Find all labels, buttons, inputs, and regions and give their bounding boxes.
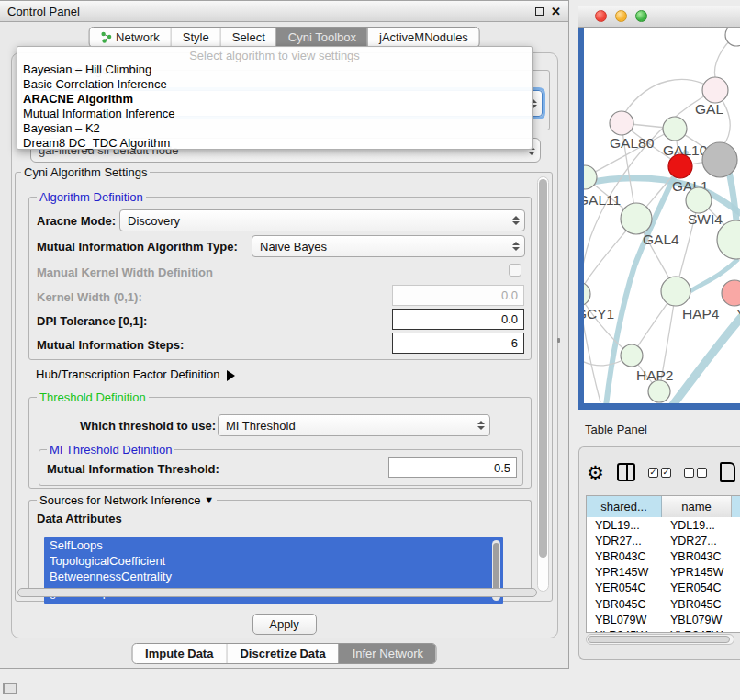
columns-icon[interactable] [617,463,635,481]
tab-infer-network[interactable]: Infer Network [339,644,436,663]
mi-threshold-value: 0.5 [494,461,510,475]
node-gal1[interactable] [668,154,692,178]
tab-discretize-data[interactable]: Discretize Data [226,644,338,663]
tab-label: Infer Network [353,647,423,660]
control-panel-titlebar: Control Panel ✕ [0,1,568,22]
control-panel-tab-bar: Network Style Select Cyni Toolbox jActiv… [88,27,480,48]
table-horizontal-scrollbar[interactable] [586,634,734,645]
aracne-mode-combo[interactable]: Discovery [119,209,525,231]
tab-cyni-toolbox[interactable]: Cyni Toolbox [276,28,367,47]
mi-threshold-label: Mutual Information Threshold: [47,462,219,476]
select-all-columns-icon[interactable]: ✓✓ [648,468,671,478]
splitter-handle[interactable] [557,338,560,343]
table-cell: 9. [732,596,740,612]
table-cell: YDR27... [662,533,732,548]
node-gcy1[interactable] [584,282,590,306]
stepper-icon [510,242,521,251]
table-row[interactable]: YBR043CYBR043C [587,548,740,564]
table-cell: YBL079W [587,612,662,627]
data-attribute-item[interactable]: SelfLoops [44,537,503,553]
threshold-definition-label: Threshold Definition [37,390,149,404]
table-cell: 9. [732,627,740,633]
node-gal10[interactable] [663,117,687,141]
table-row[interactable]: YDL19...YDL19...13 [587,517,740,533]
algorithm-option[interactable]: Bayesian – Hill Climbing [17,62,532,77]
sources-group-label[interactable]: Sources for Network Inference ▼ [37,493,217,507]
table-row[interactable]: YBR045CYBR045C9. [587,596,740,612]
algorithm-definition-group: Algorithm Definition Aracne Mode: Discov… [28,197,532,360]
manual-kernel-width-label: Manual Kernel Width Definition [37,265,213,279]
mi-steps-field[interactable]: 6 [392,333,524,354]
zoom-traffic-button[interactable] [635,10,647,22]
table-row[interactable]: YBL079WYBL079W [587,612,740,627]
mi-threshold-definition-group: MI Threshold Definition Mutual Informati… [39,449,523,486]
table-cell [732,548,740,564]
gear-icon[interactable]: ⚙ [587,463,604,482]
aracne-mode-label: Aracne Mode: [37,214,116,228]
dpi-tolerance-label: DPI Tolerance [0,1]: [37,314,147,328]
node-gray-node[interactable] [702,142,737,177]
table-row[interactable]: YER054CYER054C8. [587,581,740,596]
tab-style[interactable]: Style [171,28,220,47]
node-gal-top[interactable] [702,77,728,103]
column-header[interactable]: shared... [587,496,662,517]
algorithm-option[interactable]: Bayesian – K2 [17,121,532,136]
algorithm-option[interactable]: Dream8 DC_TDC Algorithm [17,136,532,151]
node-hap2[interactable] [621,344,643,367]
tab-impute-data[interactable]: Impute Data [132,644,226,663]
column-header[interactable]: A [732,496,740,517]
which-threshold-combo[interactable]: MI Threshold [218,414,490,436]
dock-panel-icon[interactable] [3,683,17,694]
settings-vertical-scrollbar[interactable] [537,176,549,592]
tab-label: Discretize Data [240,647,325,660]
data-attribute-item[interactable]: BetweennessCentrality [44,569,503,584]
mi-algorithm-type-value: Naive Bayes [260,240,507,254]
algorithm-option[interactable]: Basic Correlation Inference [17,77,532,92]
node-attribute-table[interactable]: shared...nameA YDL19...YDL19...13YDR27..… [586,495,740,633]
table-row[interactable]: YPR145WYPR145W9. [587,565,740,581]
network-canvas[interactable]: GALGAL80GAL10GAL1GAL11SWI4GAL4GCY1HAP4YH… [584,28,740,403]
tab-label: Select [232,30,265,44]
manual-kernel-width-checkbox[interactable] [509,264,521,277]
table-row[interactable]: YLR345WYLR345W9. [587,627,740,633]
node-partial-bottom[interactable] [648,380,670,402]
collapse-arrow-icon: ▼ [204,494,214,505]
close-traffic-button[interactable] [595,10,607,22]
node-hap4[interactable] [661,277,690,306]
deselect-all-columns-icon[interactable] [684,468,707,478]
tab-select[interactable]: Select [220,28,276,47]
dpi-tolerance-field[interactable]: 0.0 [392,309,524,330]
node-label-gcy1: GCY1 [584,306,614,322]
export-table-icon[interactable] [720,462,735,482]
column-header[interactable]: name [662,496,732,517]
expand-arrow-icon [227,370,235,381]
mi-steps-label: Mutual Information Steps: [37,338,184,352]
table-panel-title: Table Panel [585,423,647,436]
hub-transcription-section[interactable]: Hub/Transcription Factor Definition [36,367,235,381]
settings-horizontal-scrollbar[interactable] [17,588,537,599]
tab-network[interactable]: Network [89,28,171,47]
algorithm-option[interactable]: ARACNE Algorithm [17,92,532,107]
mi-threshold-field[interactable]: 0.5 [388,457,517,478]
table-row[interactable]: YDR27...YDR27...12 [587,533,740,548]
apply-button[interactable]: Apply [252,614,317,635]
kernel-width-field[interactable]: 0.0 [392,285,524,306]
node-swi4[interactable] [686,187,712,213]
node-label-gal11: GAL11 [584,192,621,208]
algorithm-dropdown-popup: Select algorithm to view settings Bayesi… [17,46,533,150]
tab-jactivemnodules[interactable]: jActiveMNodules [367,28,479,47]
close-icon[interactable]: ✕ [551,6,561,17]
node-gal4[interactable] [621,203,652,234]
minimize-traffic-button[interactable] [615,10,627,22]
node-gal80[interactable] [610,111,633,135]
stepper-icon [510,216,521,225]
table-cell: YER054C [662,581,732,596]
table-cell: YER054C [587,581,662,596]
table-cell: YBR043C [587,548,662,564]
node-salmon-node[interactable] [722,280,740,306]
float-panel-icon[interactable] [535,7,544,16]
table-panel-window: ⚙ ✓✓ shared...nameA YDL19...YDL19...13YD… [578,446,740,660]
mi-algorithm-type-combo[interactable]: Naive Bayes [252,235,525,257]
data-attribute-item[interactable]: TopologicalCoefficient [44,553,503,569]
algorithm-option[interactable]: Mutual Information Inference [17,107,532,121]
